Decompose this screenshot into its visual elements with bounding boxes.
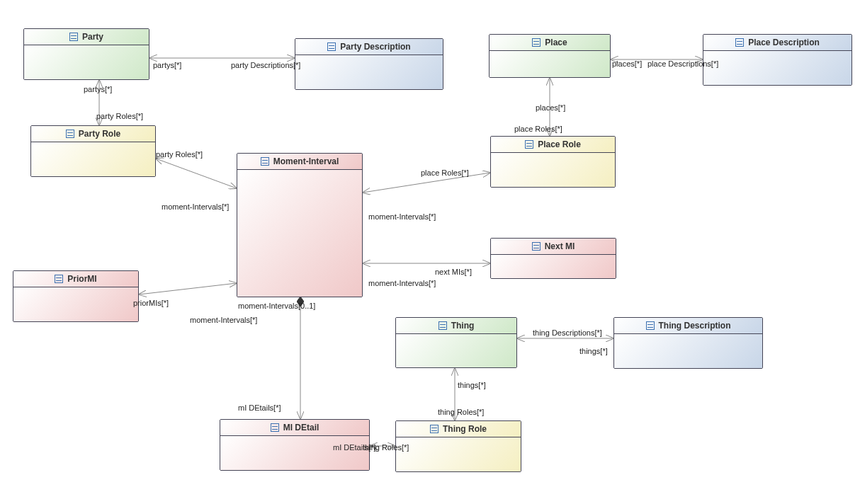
class-nextmi[interactable]: Next MI (490, 238, 616, 279)
label-things-b: things[*] (579, 347, 608, 355)
class-body (396, 334, 516, 367)
class-icon (69, 33, 78, 41)
class-icon (271, 423, 279, 432)
edge-partyrole-moment (156, 159, 237, 188)
class-body (237, 170, 362, 297)
label-party-roles-a: party Roles[*] (96, 112, 143, 120)
class-body (491, 153, 615, 187)
class-place-description[interactable]: Place Description (703, 34, 852, 86)
class-thing-description[interactable]: Thing Description (613, 317, 763, 369)
label-partys-b: partys[*] (84, 85, 112, 93)
class-title: Party Description (340, 42, 410, 52)
class-body (490, 51, 610, 77)
class-title: Place Role (538, 139, 581, 149)
class-icon (532, 242, 541, 251)
class-icon (55, 275, 63, 283)
class-body (703, 51, 851, 85)
class-icon (66, 130, 74, 138)
class-party[interactable]: Party (23, 28, 149, 80)
class-icon (261, 157, 269, 166)
class-place[interactable]: Place (489, 34, 611, 78)
class-title: Thing Role (443, 424, 487, 434)
label-prior-mis: priorMIs[*] (133, 299, 169, 307)
class-title: Party (82, 32, 103, 42)
class-party-description[interactable]: Party Description (295, 38, 443, 90)
class-title: Thing Description (659, 321, 731, 331)
class-icon (327, 42, 336, 51)
diagram-canvas[interactable]: { "classes": { "party": { "label": "Part… (0, 0, 860, 504)
class-body (295, 55, 443, 89)
label-place-roles-b: place Roles[*] (421, 168, 469, 177)
label-moment-intervals-a: moment-Intervals[*] (162, 202, 229, 211)
class-body (24, 45, 149, 79)
class-title: Next MI (545, 241, 575, 251)
class-icon (646, 321, 655, 330)
class-title: Moment-Interval (273, 156, 339, 166)
label-party-descriptions: party Descriptions[*] (231, 61, 300, 69)
class-body (31, 142, 155, 176)
label-things-a: things[*] (458, 381, 486, 389)
label-moment-intervals-b: moment-Intervals[*] (368, 212, 436, 221)
class-title: PriorMI (67, 274, 96, 284)
class-title: MI DEtail (283, 423, 319, 433)
label-next-mis: next MIs[*] (435, 268, 472, 276)
class-moment-interval[interactable]: Moment-Interval (237, 153, 363, 297)
label-places: places[*] (612, 59, 642, 68)
class-body (614, 334, 762, 368)
label-party-roles-b: party Roles[*] (156, 150, 203, 159)
label-places-b: places[*] (536, 103, 565, 112)
class-priormi[interactable]: PriorMI (13, 270, 139, 322)
label-mi-details-a: mI DEtails[*] (238, 403, 281, 412)
label-moment-intervals-01: moment-Intervals[0..1] (238, 302, 315, 310)
class-place-role[interactable]: Place Role (490, 136, 616, 188)
class-title: Thing (451, 321, 475, 331)
class-title: Place (545, 38, 567, 47)
label-thing-descriptions: thing Descriptions[*] (533, 328, 602, 337)
class-thing-role[interactable]: Thing Role (395, 420, 521, 472)
label-place-descriptions: place Descriptions[*] (647, 59, 718, 68)
label-place-roles-a: place Roles[*] (514, 125, 562, 133)
class-icon (525, 140, 533, 149)
class-title: Party Role (79, 129, 120, 139)
label-moment-intervals-d: moment-Intervals[*] (190, 316, 257, 324)
class-icon (439, 321, 447, 330)
class-icon (735, 38, 744, 47)
class-icon (430, 425, 439, 433)
class-body (396, 437, 521, 471)
class-body (13, 287, 138, 321)
label-thing-roles-a: thing Roles[*] (363, 443, 409, 452)
edge-priormi-moment (139, 283, 237, 294)
class-icon (532, 38, 541, 47)
class-body (220, 436, 369, 470)
class-body (491, 255, 616, 278)
label-moment-intervals-c: moment-Intervals[*] (368, 279, 436, 287)
label-partys-a: partys[*] (153, 61, 181, 69)
label-thing-roles-b: thing Roles[*] (438, 408, 484, 416)
class-thing[interactable]: Thing (395, 317, 517, 368)
class-party-role[interactable]: Party Role (30, 125, 156, 177)
class-title: Place Description (748, 38, 820, 47)
